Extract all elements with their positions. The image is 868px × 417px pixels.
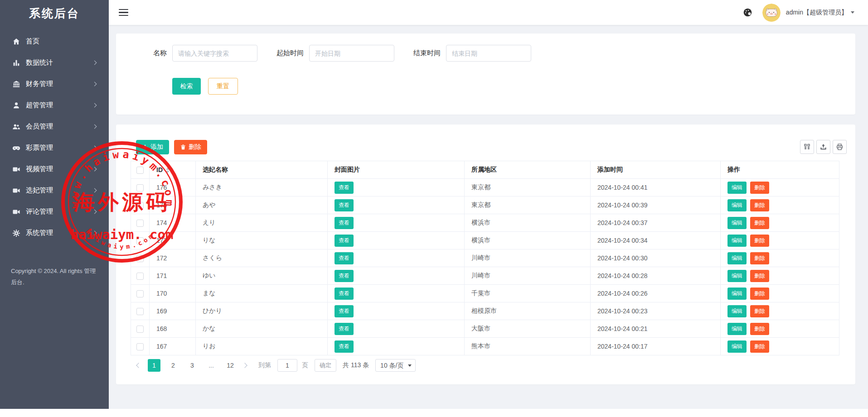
hamburger-icon[interactable] (119, 9, 128, 16)
bar-chart-icon (12, 58, 21, 67)
confirm-page-button[interactable]: 确定 (315, 359, 336, 372)
row-checkbox[interactable] (136, 273, 144, 280)
sidebar-item[interactable]: 会员管理 (0, 116, 109, 137)
name-input[interactable] (172, 45, 257, 62)
columns-icon[interactable] (800, 140, 814, 154)
chevron-right-icon (92, 231, 97, 235)
row-checkbox[interactable] (136, 167, 144, 174)
search-button[interactable]: 检索 (172, 78, 201, 95)
cell-id: 174 (150, 214, 196, 232)
row-checkbox[interactable] (136, 290, 144, 297)
page-number[interactable]: 2 (167, 359, 179, 372)
row-checkbox[interactable] (136, 255, 144, 262)
view-button[interactable]: 查看 (335, 252, 354, 264)
sidebar-item[interactable]: 系统管理 (0, 222, 109, 244)
edit-button[interactable]: 编辑 (727, 199, 747, 211)
table-row: 172さくら查看川崎市2024-10-24 00:30编辑删除 (131, 249, 839, 267)
page-number[interactable]: 3 (186, 359, 199, 372)
sidebar-item[interactable]: 数据统计 (0, 52, 109, 73)
table-row: 171ゆい查看川崎市2024-10-24 00:28编辑删除 (131, 267, 839, 285)
row-checkbox[interactable] (136, 326, 144, 333)
row-checkbox[interactable] (136, 343, 144, 350)
view-button[interactable]: 查看 (335, 340, 354, 353)
reset-button[interactable]: 重置 (208, 78, 238, 95)
edit-button[interactable]: 编辑 (727, 182, 747, 194)
chevron-right-icon (92, 82, 97, 86)
page-number[interactable]: 12 (224, 359, 237, 372)
next-page-icon[interactable] (243, 364, 247, 367)
delete-button[interactable]: 删除 (750, 217, 769, 229)
page-size-select[interactable]: 10 条/页 (375, 359, 416, 372)
palette-icon[interactable] (743, 8, 752, 17)
page-number[interactable]: 1 (148, 359, 160, 372)
cell-id: 175 (150, 197, 196, 214)
print-icon[interactable] (833, 140, 847, 154)
video-icon (12, 207, 21, 216)
view-button[interactable]: 查看 (335, 323, 354, 335)
delete-button[interactable]: 删除 (750, 340, 769, 353)
row-checkbox[interactable] (136, 220, 144, 227)
row-checkbox[interactable] (136, 308, 144, 315)
view-button[interactable]: 查看 (335, 199, 354, 211)
cell-id: 168 (150, 320, 196, 338)
edit-button[interactable]: 编辑 (727, 235, 747, 247)
sort-icon[interactable] (166, 168, 170, 173)
view-button[interactable]: 查看 (335, 235, 354, 247)
delete-button[interactable]: 删除 (750, 235, 769, 247)
delete-button[interactable]: 删除 (750, 323, 769, 335)
sidebar-item[interactable]: 财务管理 (0, 73, 109, 95)
sidebar-item[interactable]: 选妃管理 (0, 180, 109, 201)
page-number-input[interactable] (277, 359, 297, 372)
export-icon[interactable] (816, 140, 830, 154)
cell-id: 169 (150, 302, 196, 320)
end-date-input[interactable] (446, 45, 531, 62)
column-header: 操作 (727, 166, 740, 173)
delete-button[interactable]: 删除 (750, 305, 769, 317)
delete-button[interactable]: 删除 (750, 199, 769, 211)
cell-name: ゆい (196, 267, 328, 285)
view-button[interactable]: 查看 (335, 217, 354, 229)
sidebar-item[interactable]: 彩票管理 (0, 137, 109, 158)
copyright-text: Copyright © 2024. All rights 管理 后台. (11, 265, 102, 288)
edit-button[interactable]: 编辑 (727, 252, 747, 264)
start-date-input[interactable] (309, 45, 394, 62)
delete-button[interactable]: 删除 (750, 288, 769, 300)
sidebar-item[interactable]: 评论管理 (0, 201, 109, 222)
sidebar-item[interactable]: 视频管理 (0, 158, 109, 180)
view-button[interactable]: 查看 (335, 270, 354, 282)
caret-down-icon (408, 364, 412, 367)
cell-region: 横浜市 (465, 214, 591, 232)
edit-button[interactable]: 编辑 (727, 340, 747, 353)
sidebar-item-label: 数据统计 (26, 58, 93, 67)
edit-button[interactable]: 编辑 (727, 305, 747, 317)
delete-button[interactable]: 删除 (750, 252, 769, 264)
avatar[interactable] (762, 4, 781, 22)
edit-button[interactable]: 编辑 (727, 270, 747, 282)
row-checkbox[interactable] (136, 202, 144, 209)
view-button[interactable]: 查看 (335, 305, 354, 317)
edit-button[interactable]: 编辑 (727, 323, 747, 335)
row-checkbox[interactable] (136, 237, 144, 244)
delete-button[interactable]: 删除 (750, 182, 769, 194)
cell-time: 2024-10-24 00:17 (591, 338, 721, 355)
row-checkbox[interactable] (136, 184, 144, 192)
delete-button[interactable]: 删除 (750, 270, 769, 282)
bank-icon (12, 80, 21, 89)
sidebar-item-label: 首页 (26, 37, 96, 46)
gear-icon (12, 229, 21, 238)
chevron-right-icon (92, 125, 97, 129)
add-button[interactable]: 添加 (136, 140, 169, 154)
sidebar-item[interactable]: 超管管理 (0, 95, 109, 116)
edit-button[interactable]: 编辑 (727, 288, 747, 300)
pagination: 123...12 到第 页 确定 共 113 条 10 条/页 (131, 359, 839, 372)
view-button[interactable]: 查看 (335, 288, 354, 300)
edit-button[interactable]: 编辑 (727, 217, 747, 229)
view-button[interactable]: 查看 (335, 182, 354, 194)
cell-region: 川崎市 (465, 267, 591, 285)
cell-name: かな (196, 320, 328, 338)
prev-page-icon[interactable] (137, 364, 141, 367)
sidebar-item[interactable]: 首页 (0, 31, 109, 52)
cell-time: 2024-10-24 00:23 (591, 302, 721, 320)
user-menu[interactable]: admin【超级管理员】 (762, 4, 854, 22)
delete-selected-button[interactable]: 删除 (174, 140, 207, 154)
